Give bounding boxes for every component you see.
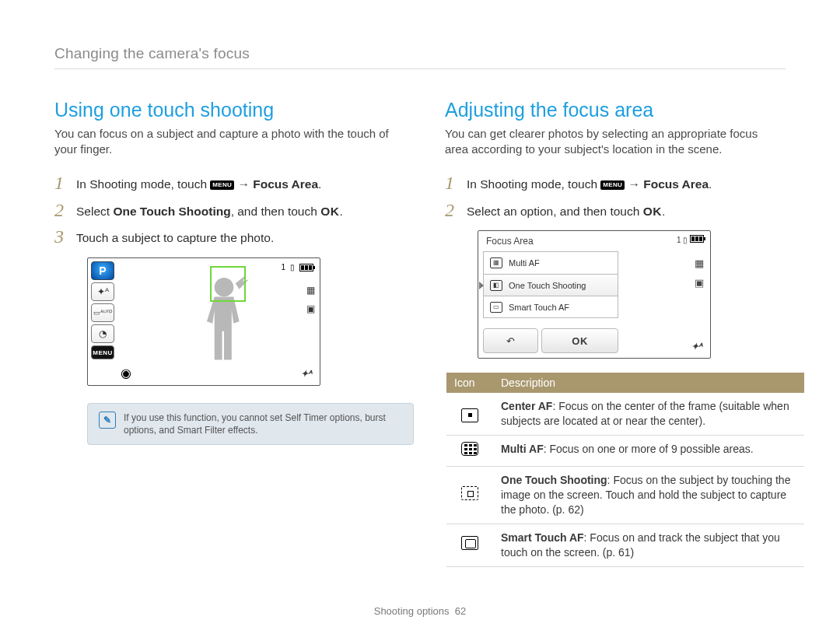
camera-screen-illustration: P ✦ᴬ ▭ᴬᵁᵀᴼ ◔ MENU ◉ 1 ▯ ▦ ▣ ✦ᴬ	[87, 257, 320, 386]
sd-icon: ▯	[290, 263, 295, 271]
battery-icon	[299, 264, 313, 271]
menu-buttons: ↶ OK	[483, 328, 618, 353]
focus-area-list: ▦Multi AF ◧One Touch Shooting ▭Smart Tou…	[483, 251, 618, 318]
step-number: 1	[54, 173, 67, 192]
flash-br-icon: ✦ᴬ	[691, 342, 702, 352]
left-step3: Touch a subject to capture the photo.	[76, 227, 274, 247]
menu-icon: MENU	[600, 180, 625, 190]
th-desc: Description	[493, 373, 804, 393]
multi-af-icon	[461, 442, 478, 456]
screen-top-right: 1 ▯	[281, 263, 313, 271]
right-step1: In Shooting mode, touch MENU → Focus Are…	[467, 173, 712, 193]
ok-icon: OK	[643, 205, 662, 218]
page-number: 62	[455, 605, 466, 617]
option-multi-af: ▦Multi AF	[484, 252, 618, 274]
sd-icon: ▯	[683, 236, 690, 244]
back-button: ↶	[483, 328, 538, 353]
breadcrumb: Changing the camera's focus	[54, 45, 786, 69]
right-column: Adjusting the focus area You can get cle…	[445, 99, 804, 567]
center-af-icon	[461, 408, 478, 422]
page-footer: Shooting options 62	[0, 605, 840, 617]
camera-menu-illustration: Focus Area 1 ▯ ▦Multi AF ◧One Touch Shoo…	[478, 230, 711, 359]
step-number: 1	[445, 173, 457, 192]
right-heading: Adjusting the focus area	[445, 99, 804, 121]
left-heading: Using one touch shooting	[54, 99, 414, 121]
auto-icon: ▭ᴬᵁᵀᴼ	[91, 303, 114, 322]
left-intro: You can focus on a subject and capture a…	[54, 126, 389, 156]
right-intro: You can get clearer photos by selecting …	[445, 126, 779, 156]
menu-top-right: 1 ▯	[677, 235, 704, 244]
row-smart-touch: Smart Touch AF: Focus on and track the s…	[493, 524, 804, 566]
left-steps: 1 In Shooting mode, touch MENU → Focus A…	[54, 173, 414, 247]
row-center-af: Center AF: Focus on the center of the fr…	[493, 393, 804, 435]
timer-icon: ◔	[91, 324, 114, 343]
th-icon: Icon	[446, 373, 493, 393]
option-smart-touch: ▭Smart Touch AF	[484, 296, 618, 317]
flash-icon: ✦ᴬ	[91, 282, 114, 301]
focus-square	[210, 266, 246, 302]
note-text: If you use this function, you cannot set…	[124, 412, 402, 436]
manual-page: Changing the camera's focus Using one to…	[0, 0, 840, 634]
menu-title: Focus Area	[486, 236, 534, 247]
option-one-touch: ◧One Touch Shooting	[484, 274, 618, 296]
note-box: ✎ If you use this function, you cannot s…	[87, 403, 414, 445]
one-touch-icon: ◧	[490, 280, 502, 291]
screen-right-icons: ▦ ▣	[306, 285, 315, 314]
step-number: 3	[54, 227, 67, 246]
mode-p-icon: P	[91, 261, 114, 280]
note-icon: ✎	[99, 412, 116, 429]
row-one-touch: One Touch Shooting: Focus on the subject…	[493, 467, 804, 524]
shots-count: 1	[677, 236, 681, 244]
right-steps: 1 In Shooting mode, touch MENU → Focus A…	[445, 173, 804, 219]
smart-touch-icon	[461, 536, 478, 550]
left-column: Using one touch shooting You can focus o…	[54, 99, 414, 567]
focus-area-table: Icon Description Center AF: Focus on the…	[446, 373, 804, 566]
grid-icon: ▦	[306, 285, 315, 296]
focus-icon: ▣	[306, 303, 315, 314]
menu-side-icons: ▦ ▣	[695, 257, 704, 289]
ok-icon: OK	[320, 205, 339, 218]
multi-af-icon: ▦	[490, 257, 502, 268]
battery-icon	[690, 235, 704, 243]
flash-br-icon: ✦ᴬ	[301, 369, 312, 379]
grid-icon: ▦	[695, 257, 704, 269]
one-touch-icon	[461, 486, 478, 500]
step-number: 2	[445, 201, 457, 219]
columns: Using one touch shooting You can focus o…	[54, 99, 786, 567]
left-step2: Select One Touch Shooting, and then touc…	[76, 201, 343, 220]
screen-left-icons: P ✦ᴬ ▭ᴬᵁᵀᴼ ◔ MENU	[91, 261, 117, 359]
focus-icon: ▣	[695, 277, 704, 289]
row-multi-af: Multi AF: Focus on one or more of 9 poss…	[493, 436, 804, 467]
smart-touch-icon: ▭	[490, 302, 502, 313]
menu-icon: MENU	[210, 180, 234, 190]
left-step1: In Shooting mode, touch MENU → Focus Are…	[76, 173, 321, 193]
rec-icon: ◉	[121, 366, 131, 380]
ok-button: OK	[541, 328, 618, 353]
step-number: 2	[54, 201, 67, 219]
right-step2: Select an option, and then touch OK.	[467, 201, 665, 220]
menu-button-icon: MENU	[91, 345, 114, 359]
shots-count: 1	[281, 263, 285, 271]
